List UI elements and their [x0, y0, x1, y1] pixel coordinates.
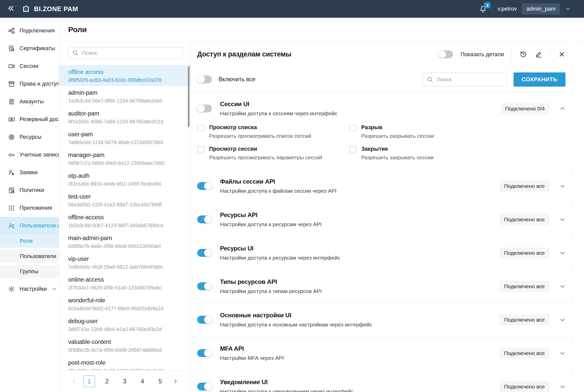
pagination-prev-icon[interactable] [71, 378, 77, 384]
role-list-item[interactable]: online-access 2f7b34c1-d829-4f5b-91a0-12… [59, 273, 190, 294]
role-list-item[interactable]: otp-auth 3f2e1d0c-8910-4eab-9f11-34567bc… [59, 169, 190, 190]
sidebar-item[interactable]: Сессии [0, 57, 59, 75]
close-icon[interactable] [558, 51, 565, 58]
role-name: debug-user [68, 318, 183, 325]
users-icon [8, 222, 15, 229]
sidebar-item[interactable]: Пользователи и гр... [0, 217, 59, 234]
permission-checkbox[interactable] [197, 125, 204, 131]
section-chevron-icon[interactable] [559, 217, 565, 223]
section-chevron-icon[interactable] [559, 183, 565, 189]
role-name: manager-pam [68, 152, 183, 159]
sidebar-item[interactable]: Учетные записи [0, 146, 59, 164]
panel-title: Доступ к разделам системы [197, 50, 291, 58]
role-name: otp-auth [68, 172, 183, 179]
search-icon [72, 50, 79, 56]
user-menu-chevron-icon[interactable] [565, 6, 571, 12]
sidebar-subitem[interactable]: Группы [0, 265, 59, 278]
section-toggle[interactable] [197, 282, 212, 290]
account-badge[interactable]: admin_pam [522, 3, 560, 14]
show-details-toggle[interactable] [438, 50, 453, 58]
notifications-button[interactable]: 2 [479, 5, 487, 13]
section-toggle[interactable] [197, 215, 212, 223]
section-toggle[interactable] [197, 182, 212, 190]
role-list-item[interactable]: valuable-content 5f9d8e2b-3c7a-4f56-b0d9… [59, 335, 190, 356]
role-list-item[interactable]: main-admin-pam 0d9f8e7b-8a9c-4f56-b6a9-8… [59, 231, 190, 252]
sidebar-item-label: Аккаунты [20, 98, 44, 105]
edit-icon[interactable] [535, 50, 543, 58]
section-toggle[interactable] [197, 349, 212, 357]
sidebar-item[interactable]: Настройки [0, 280, 59, 298]
permission-desc: Разрешить просматривать список сессий [209, 133, 311, 139]
section-chevron-icon[interactable] [559, 106, 565, 112]
pagination-page[interactable]: 3 [119, 376, 131, 387]
pagination-page[interactable]: 1 [83, 376, 95, 387]
role-list-item[interactable]: test-user 56e3d2b1-c23f-41a2-88d7-12bc45… [59, 190, 190, 211]
access-section: Основные настройки UI Настройки доступа … [191, 303, 573, 337]
sidebar-subitem[interactable]: Роли [0, 234, 59, 248]
role-list-item[interactable]: auditor-pam 9f1e2d3c-45b6-7a89-1234-9876… [59, 107, 190, 128]
role-list-item[interactable]: wonderful-role 8c6a4b3d-90d2-4177-89e0-5… [59, 294, 190, 315]
sidebar-item-label: Приложения [20, 205, 52, 211]
section-chevron-icon[interactable] [559, 317, 565, 323]
permission-checkbox[interactable] [349, 125, 356, 131]
sidebar-item[interactable]: Права и доступ [0, 75, 59, 93]
role-name: offline-access [68, 214, 183, 221]
role-list-item[interactable]: user-pam 7a8b9c0d-1234-5678-90ab-c12345f… [59, 128, 190, 148]
permission-checkbox[interactable] [197, 146, 204, 153]
pagination-page[interactable]: 4 [137, 376, 148, 387]
section-chevron-icon[interactable] [559, 384, 565, 390]
role-list-item[interactable]: offline access 4f6f5029-ac83-4a03-b33c-0… [59, 65, 190, 86]
sidebar-nav: Подключения Сертификаты Сессии Права и д… [0, 18, 59, 392]
role-name: admin-pam [68, 89, 183, 96]
sidebar-item[interactable]: Ресурсы [0, 128, 59, 146]
connected-badge: Подключено все [500, 181, 549, 192]
role-list-item[interactable]: post-most-role 9f1e2d3c-45b6-7a89-1234-9… [59, 356, 190, 370]
section-toggle[interactable] [197, 383, 212, 390]
role-list-item[interactable]: vip-user 7e6b5d4c-4b3f-29a0-9812-3ab789d… [59, 252, 190, 273]
permission-item: Разрыв Разрешить разрывать сессии [349, 124, 565, 139]
pagination-next-icon[interactable] [172, 378, 178, 384]
save-button[interactable]: СОХРАНИТЬ [514, 72, 565, 87]
role-list-item[interactable]: admin-pam 1a2b3c4d-56e7-8f90-1234-56789a… [59, 86, 190, 107]
sidebar-item[interactable]: Резервный доступ [0, 110, 59, 128]
role-list-item[interactable]: debug-user 3d6f7a1e-12b8-49c6-b1a2-98765… [59, 315, 190, 335]
section-chevron-icon[interactable] [559, 283, 565, 289]
pagination-page[interactable]: 2 [101, 376, 113, 387]
sidebar-item[interactable]: Подключения [0, 22, 59, 40]
section-chevron-icon[interactable] [559, 250, 565, 256]
sidebar-item[interactable]: Сертификаты [0, 40, 59, 57]
role-uuid: 7e6b5d4c-4b3f-29a0-9812-3ab789d456bc [68, 264, 183, 270]
sidebar-item[interactable]: Аккаунты [0, 93, 59, 110]
sidebar-item[interactable]: Политики [0, 181, 59, 199]
role-uuid: 1a2b3c4d-56e7-8f90-1234-56789abc0def [68, 98, 183, 104]
section-chevron-icon[interactable] [559, 350, 565, 356]
page-title: Роли [68, 25, 87, 34]
role-uuid: 2f7b34c1-d829-4f5b-91a0-123456789abc [68, 285, 183, 291]
section-toggle[interactable] [197, 249, 212, 257]
permission-desc: Разрешить просматривать параметры сессий [209, 154, 322, 161]
section-subtitle: Настройки доступа к ресурсам через API [220, 221, 322, 227]
sections-search-input[interactable] [423, 73, 506, 86]
role-list-item[interactable]: manager-pam 9d0b7c21-b80d-49e0-8a12-2345… [59, 148, 190, 169]
permission-checkbox[interactable] [349, 146, 356, 153]
section-toggle[interactable] [197, 316, 212, 324]
history-icon[interactable] [519, 50, 527, 58]
roles-search-input[interactable] [68, 47, 183, 59]
role-uuid: 9f1e2d3c-45b6-7a89-1234-98765abcd123 [68, 119, 183, 125]
access-section: Уведомление UI Настройки доступа к уведо… [191, 370, 573, 392]
sidebar-item[interactable]: Заявки [0, 164, 59, 181]
role-list-item[interactable]: offline-access 1b2a3c9d-5067-4123-98f7-3… [59, 211, 190, 231]
section-title: MFA API [220, 345, 284, 352]
role-uuid: 7a8b9c0d-1234-5678-90ab-c12345f67890 [68, 140, 183, 145]
enable-all-toggle[interactable] [197, 75, 212, 83]
permission-label: Разрыв [361, 124, 434, 131]
sidebar-collapse-button[interactable] [0, 4, 22, 13]
scrollbar-thumb[interactable] [188, 66, 190, 127]
section-title: Ресурсы UI [220, 245, 340, 252]
section-toggle[interactable] [197, 105, 212, 112]
pagination-page[interactable]: 5 [154, 376, 166, 387]
enable-all-label: Включить все [218, 76, 256, 83]
requests-icon [8, 169, 15, 176]
sidebar-item[interactable]: Приложения [0, 199, 59, 217]
sidebar-subitem[interactable]: Пользователи [0, 250, 59, 263]
